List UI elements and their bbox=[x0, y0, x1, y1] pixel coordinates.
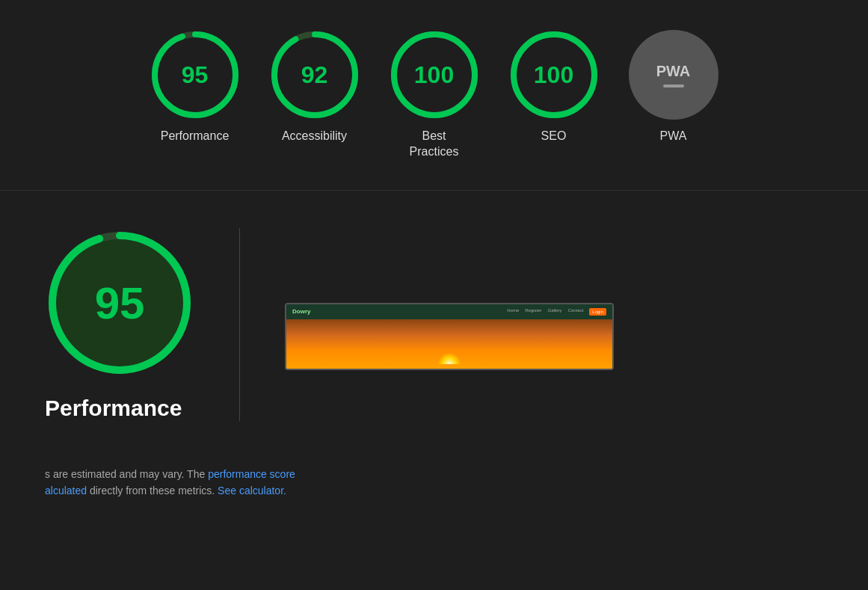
thumbnail-body bbox=[286, 319, 612, 370]
gauge-performance: 95 bbox=[150, 30, 240, 120]
score-item-seo: 100 SEO bbox=[509, 30, 599, 144]
gauge-best-practices: 100 bbox=[390, 30, 479, 120]
calculated-link[interactable]: alculated bbox=[45, 485, 87, 497]
large-gauge-number: 95 bbox=[95, 277, 145, 328]
gauge-number-performance: 95 bbox=[182, 61, 209, 89]
bottom-text: s are estimated and may vary. The perfor… bbox=[0, 451, 868, 522]
large-gauge: 95 bbox=[45, 228, 194, 378]
score-item-performance: 95 Performance bbox=[150, 30, 240, 144]
thumbnail-nav: Dowry Home Register Gallery Contact Logi… bbox=[286, 304, 612, 319]
thumbnail-nav-links: Home Register Gallery Contact Login bbox=[507, 308, 606, 316]
scores-section: 95 Performance 92 Accessibility 100 Best… bbox=[0, 0, 868, 190]
gauge-number-seo: 100 bbox=[534, 61, 573, 89]
score-item-best-practices: 100 BestPractices bbox=[390, 30, 479, 160]
score-label-best-practices: BestPractices bbox=[410, 129, 459, 160]
gauge-number-best-practices: 100 bbox=[414, 61, 454, 89]
nav-link-4: Contact bbox=[568, 308, 584, 316]
vertical-separator bbox=[239, 228, 240, 421]
score-item-accessibility: 92 Accessibility bbox=[270, 30, 360, 144]
website-thumbnail: Dowry Home Register Gallery Contact Logi… bbox=[285, 303, 614, 370]
pwa-dash bbox=[663, 84, 684, 87]
performance-score-link[interactable]: performance score bbox=[208, 468, 295, 480]
thumbnail-logo: Dowry bbox=[292, 308, 310, 315]
score-label-pwa: PWA bbox=[660, 129, 687, 144]
pwa-label: PWA bbox=[656, 63, 691, 80]
detail-section: 95 Performance Dowry Home Register Galle… bbox=[0, 191, 868, 451]
score-label-performance: Performance bbox=[161, 129, 230, 144]
bottom-text-prefix: s are estimated and may vary. The bbox=[45, 468, 208, 480]
nav-link-1: Home bbox=[507, 308, 519, 316]
gauge-seo: 100 bbox=[509, 30, 599, 120]
gauge-pwa: PWA bbox=[629, 30, 718, 120]
see-calculator-link[interactable]: See calculator. bbox=[218, 485, 286, 497]
gauge-number-accessibility: 92 bbox=[301, 61, 328, 89]
detail-title: Performance bbox=[45, 396, 182, 421]
gauge-accessibility: 92 bbox=[270, 30, 360, 120]
score-label-seo: SEO bbox=[541, 129, 567, 144]
thumbnail-login-btn: Login bbox=[589, 308, 606, 316]
nav-link-3: Gallery bbox=[548, 308, 562, 316]
score-label-accessibility: Accessibility bbox=[282, 129, 347, 144]
detail-right: Dowry Home Register Gallery Contact Logi… bbox=[285, 228, 823, 370]
detail-left: 95 Performance bbox=[45, 228, 194, 421]
bottom-text-middle: directly from these metrics. bbox=[87, 485, 218, 497]
score-item-pwa: PWA PWA bbox=[629, 30, 718, 144]
sun-shape bbox=[438, 352, 461, 364]
nav-link-2: Register bbox=[525, 308, 541, 316]
